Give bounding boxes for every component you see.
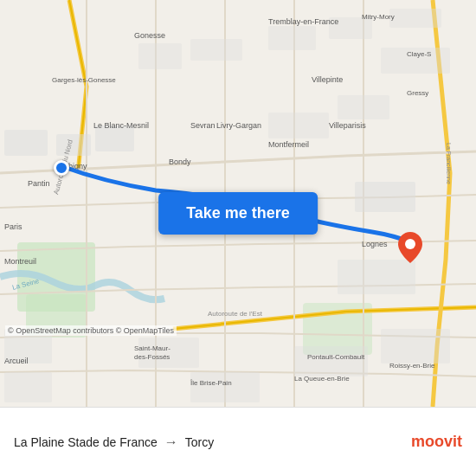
svg-rect-13	[338, 95, 389, 119]
destination-marker	[398, 232, 422, 267]
svg-text:Sevran: Sevran	[190, 121, 215, 130]
svg-text:Montreuil: Montreuil	[4, 257, 36, 266]
moovit-logo: moovit	[411, 433, 462, 451]
svg-rect-18	[381, 329, 450, 363]
svg-text:Gressy: Gressy	[407, 89, 428, 97]
arrow-icon: →	[164, 434, 178, 450]
svg-rect-11	[389, 9, 441, 28]
destination-label: Torcy	[185, 435, 214, 449]
svg-text:La Francilienne: La Francilienne	[446, 143, 452, 184]
svg-text:Le Blanc-Mesnil: Le Blanc-Mesnil	[93, 121, 149, 130]
svg-text:Arcueil: Arcueil	[4, 357, 29, 365]
svg-text:Mitry-Mory: Mitry-Mory	[362, 13, 395, 21]
map-container: Gonesse Tremblay-en-France Mitry-Mory Ga…	[0, 0, 476, 407]
svg-text:Villeparisis: Villeparisis	[329, 121, 366, 130]
svg-text:Villepinte: Villepinte	[312, 75, 343, 84]
svg-rect-4	[4, 130, 48, 156]
svg-rect-14	[268, 113, 329, 138]
svg-rect-5	[56, 134, 91, 156]
svg-text:Livry-Gargan: Livry-Gargan	[216, 121, 261, 130]
svg-rect-22	[4, 372, 52, 402]
origin-marker	[54, 160, 69, 176]
svg-text:Montfermeil: Montfermeil	[268, 140, 309, 149]
svg-text:Tremblay-en-France: Tremblay-en-France	[268, 17, 338, 26]
svg-text:des-Fossés: des-Fossés	[134, 353, 170, 361]
svg-rect-9	[268, 26, 316, 50]
svg-point-53	[405, 239, 415, 249]
svg-rect-7	[138, 43, 182, 69]
svg-text:Paris: Paris	[4, 222, 23, 231]
svg-text:Autoroute de l'Est: Autoroute de l'Est	[208, 310, 263, 318]
map-attribution: © OpenStreetMap contributors © OpenMapTi…	[5, 325, 177, 336]
svg-text:Lognes: Lognes	[362, 240, 388, 248]
svg-text:Roissy-en-Brie: Roissy-en-Brie	[389, 362, 435, 370]
svg-text:Bondy: Bondy	[169, 158, 191, 166]
take-me-there-button[interactable]: Take me there	[158, 192, 318, 235]
svg-text:Claye-S: Claye-S	[407, 50, 431, 58]
svg-rect-20	[190, 372, 260, 402]
route-info: La Plaine Stade de France → Torcy	[14, 434, 411, 450]
svg-text:Pantin: Pantin	[28, 179, 50, 188]
svg-text:La Queue-en-Brie: La Queue-en-Brie	[294, 375, 350, 383]
svg-text:Garges-lès-Gonesse: Garges-lès-Gonesse	[52, 76, 116, 84]
moovit-logo-text: moovit	[411, 433, 462, 451]
svg-rect-15	[355, 182, 415, 212]
svg-rect-8	[190, 39, 242, 61]
svg-text:Saint-Maur-: Saint-Maur-	[134, 344, 170, 352]
svg-text:Pontault-Combault: Pontault-Combault	[307, 353, 365, 361]
svg-text:Île Brise-Pain: Île Brise-Pain	[190, 379, 232, 387]
svg-text:Gonesse: Gonesse	[134, 31, 165, 40]
svg-rect-17	[294, 346, 368, 376]
bottom-bar: La Plaine Stade de France → Torcy moovit	[0, 407, 476, 476]
origin-label: La Plaine Stade de France	[14, 435, 158, 449]
